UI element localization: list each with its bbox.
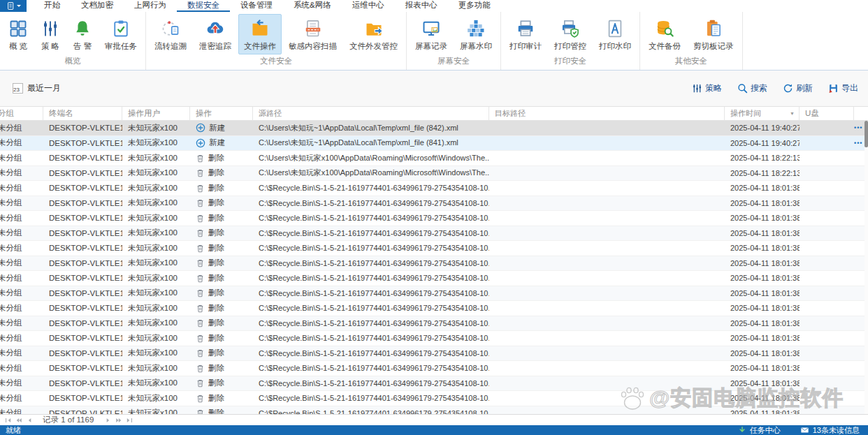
column-header-8[interactable] [854,107,868,120]
ribbon-item-file-operations[interactable]: 文件操作 [238,14,282,54]
ribbon-item-clipboard-record[interactable]: 剪切板记录 [688,14,739,54]
table-row[interactable]: 未分组DESKTOP-VLKTLE1未知玩家x100新建C:\Users\未知玩… [0,136,868,152]
content-scan-icon [303,17,323,39]
time-cell: 2025-04-11 18:01:38 [725,271,800,286]
table-row[interactable]: 未分组DESKTOP-VLKTLE1未知玩家x100删除C:\Users\未知玩… [0,151,868,166]
menu-tab-report-center[interactable]: 报表中心 [395,0,448,12]
operation-label: 删除 [208,228,224,238]
column-header-6[interactable]: 操作时间▼ [725,107,800,120]
ribbon-item-overview[interactable]: 概 览 [3,14,34,54]
user-cell: 未知玩家x100 [122,226,190,241]
export-button[interactable]: 导出 [828,82,858,94]
usb-cell [800,166,854,181]
fast-prev-button[interactable] [15,417,23,424]
column-header-5[interactable]: 目标路径 [489,107,725,120]
target-path-cell [489,361,725,376]
column-header-1[interactable]: 终端名 [43,107,122,120]
ribbon-item-file-backup[interactable]: 文件备份 [643,14,686,54]
alert-bell-icon [73,17,92,39]
last-page-button[interactable] [125,417,133,424]
usb-cell [800,316,854,331]
menu-tab-more-features[interactable]: 更多功能 [448,0,501,12]
table-row[interactable]: 未分组DESKTOP-VLKTLE1未知玩家x100删除C:\$Recycle.… [0,361,868,376]
ribbon-item-print-watermark[interactable]: 打印水印 [593,14,637,54]
fast-next-button[interactable] [115,417,123,424]
table-row[interactable]: 未分组DESKTOP-VLKTLE1未知玩家x100删除C:\$Recycle.… [0,391,868,406]
menu-tab-start[interactable]: 开始 [34,0,71,12]
column-header-7[interactable]: U盘 [800,107,854,120]
ribbon-item-flow-trace[interactable]: 流转追溯 [149,14,192,54]
group-cell: 未分组 [0,406,43,415]
table-row[interactable]: 未分组DESKTOP-VLKTLE1未知玩家x100删除C:\$Recycle.… [0,271,868,286]
ribbon-item-label: 打印水印 [599,41,631,52]
table-row[interactable]: 未分组DESKTOP-VLKTLE1未知玩家x100删除C:\$Recycle.… [0,346,868,362]
target-path-cell [489,316,725,331]
screen-mosaic-icon [466,17,486,39]
menu-tab-data-security[interactable]: 数据安全 [177,0,230,12]
next-page-button[interactable] [104,417,113,424]
table-row[interactable]: 未分组DESKTOP-VLKTLE1未知玩家x100删除C:\$Recycle.… [0,196,868,212]
group-cell: 未分组 [0,241,43,256]
ribbon-item-screen-watermark[interactable]: 屏幕水印 [454,14,498,54]
table-row[interactable]: 未分组DESKTOP-VLKTLE1未知玩家x100删除C:\$Recycle.… [0,376,868,392]
trace-cycle-icon [161,17,180,39]
sliders-icon [692,83,702,94]
group-cell: 未分组 [0,271,43,286]
table-row[interactable]: 未分组DESKTOP-VLKTLE1未知玩家x100删除C:\$Recycle.… [0,331,868,346]
ribbon-item-leak-tracking[interactable]: 泄密追踪 [194,14,237,54]
ribbon-item-sensitive-content-scan[interactable]: 敏感内容扫描 [283,14,342,54]
table-row[interactable]: 未分组DESKTOP-VLKTLE1未知玩家x100删除C:\$Recycle.… [0,256,868,272]
scrollbar-thumb[interactable] [865,121,868,147]
ribbon-item-policy[interactable]: 策 略 [35,14,66,54]
table-row[interactable]: 未分组DESKTOP-VLKTLE1未知玩家x100删除C:\$Recycle.… [0,181,868,196]
column-header-4[interactable]: 源路径 [253,107,489,120]
task-center-label: 任务中心 [750,425,781,435]
row-actions-button[interactable]: ••• [854,140,862,147]
menu-bar: 开始文档加密上网行为数据安全设备管理系统&网络运维中心报表中心更多功能 [0,0,868,12]
first-page-button[interactable] [4,417,13,424]
vertical-scrollbar[interactable] [865,121,868,414]
time-cell: 2025-04-11 18:01:38 [725,196,800,211]
table-row[interactable]: 未分组DESKTOP-VLKTLE1未知玩家x100删除C:\$Recycle.… [0,241,868,256]
column-header-0[interactable]: 分组 [0,107,43,120]
table-row[interactable]: 未分组DESKTOP-VLKTLE1未知玩家x100删除C:\$Recycle.… [0,316,868,332]
user-cell: 未知玩家x100 [122,301,190,316]
usb-cell [800,181,854,196]
search-button[interactable]: 搜索 [737,82,767,94]
prev-page-button[interactable] [25,417,34,424]
menu-tab-device-mgmt[interactable]: 设备管理 [230,0,283,12]
menu-tab-system-network[interactable]: 系统&网络 [283,0,342,12]
unread-messages-button[interactable]: 13条未读信息 [800,425,860,435]
policy-button[interactable]: 策略 [692,82,722,94]
column-header-3[interactable]: 操作 [190,107,253,120]
ribbon-item-screen-record[interactable]: 屏幕记录 [410,14,453,54]
ribbon-item-print-audit[interactable]: 打印审计 [504,14,547,54]
ribbon-item-alerts[interactable]: 告 警 [67,14,98,54]
table-row[interactable]: 未分组DESKTOP-VLKTLE1未知玩家x100删除C:\$Recycle.… [0,211,868,226]
table-row[interactable]: 未分组DESKTOP-VLKTLE1未知玩家x100删除C:\Users\未知玩… [0,166,868,182]
table-row[interactable]: 未分组DESKTOP-VLKTLE1未知玩家x100删除C:\$Recycle.… [0,226,868,242]
column-header-2[interactable]: 操作用户 [122,107,190,120]
terminal-cell: DESKTOP-VLKTLE1 [43,151,122,165]
menu-tab-ops-center[interactable]: 运维中心 [342,0,395,12]
menu-tab-doc-encrypt[interactable]: 文档加密 [71,0,124,12]
ribbon-item-file-outgoing-control[interactable]: 文件外发管控 [344,14,403,54]
menu-tab-web-behavior[interactable]: 上网行为 [124,0,177,12]
app-menu-button[interactable] [0,0,27,12]
ribbon-item-print-control[interactable]: 打印管控 [549,14,592,54]
operation-label: 删除 [208,363,224,374]
table-row[interactable]: 未分组DESKTOP-VLKTLE1未知玩家x100删除C:\$Recycle.… [0,406,868,415]
source-path-cell: C:\Users\未知玩家x100\AppData\Roaming\Micros… [253,166,489,181]
table-row[interactable]: 未分组DESKTOP-VLKTLE1未知玩家x100删除C:\$Recycle.… [0,301,868,316]
ribbon-item-approval-tasks[interactable]: 审批任务 [99,14,143,54]
operation-cell: 新建 [190,136,253,151]
user-cell: 未知玩家x100 [122,361,190,376]
operation-label: 删除 [208,243,224,253]
task-center-button[interactable]: 任务中心 [738,425,781,435]
table-row[interactable]: 未分组DESKTOP-VLKTLE1未知玩家x100删除C:\$Recycle.… [0,286,868,302]
operation-label: 删除 [208,183,224,193]
date-filter[interactable]: 23 最近一月 [13,82,61,94]
table-row[interactable]: 未分组DESKTOP-VLKTLE1未知玩家x100新建C:\Users\未知玩… [0,121,868,136]
row-actions-button[interactable]: ••• [854,124,862,131]
refresh-button[interactable]: 刷新 [783,82,813,94]
